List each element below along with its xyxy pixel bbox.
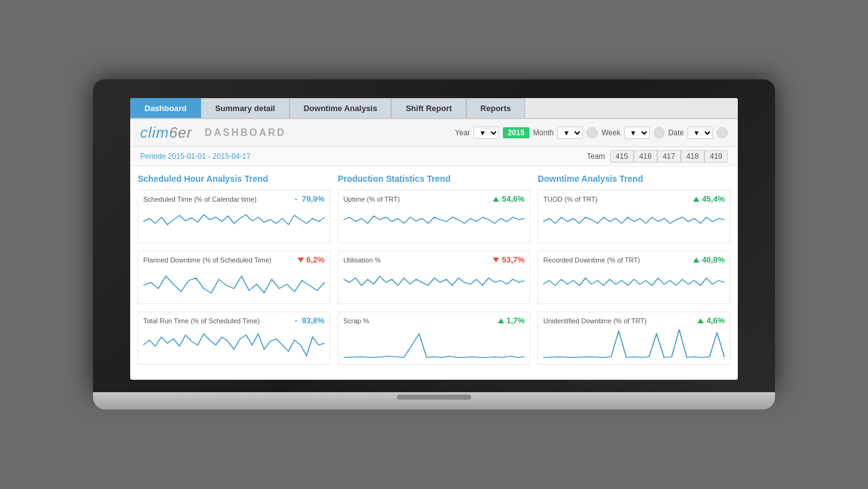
arrow-up-icon [493,197,499,202]
production-metric-1-name: Uptime (% of TRT) [343,195,400,203]
year-badge: 2015 [503,127,529,138]
production-chart-1 [343,206,525,240]
scheduled-metric-1: Scheduled Time (% of Calendar time) - 79… [138,190,330,243]
scheduled-metric-2-name: Planned Downtime (% of Scheduled Time) [143,256,272,264]
downtime-metric-3-value: 4,6% [698,316,725,325]
arrow-down-icon-2 [493,258,499,262]
production-title: Production Statistics Trend [338,174,531,184]
production-chart-2 [343,267,525,301]
tab-downtime[interactable]: Downtime Analysis [290,98,392,118]
arrow-up-icon-3 [693,197,699,202]
date-select[interactable]: ▼ [688,127,713,139]
production-metric-1: Uptime (% of TRT) 54,6% [338,190,531,243]
arrow-down-icon [298,258,304,262]
week-label: Week [601,128,620,137]
production-metric-3-value: 1,7% [498,316,525,325]
team-417[interactable]: 417 [657,150,681,163]
team-418[interactable]: 418 [681,150,704,163]
production-metric-1-value: 54,6% [493,194,525,204]
week-select[interactable]: ▼ [624,127,650,139]
scheduled-metric-3-name: Total Run Time (% of Scheduled Time) [143,317,260,325]
scheduled-metric-2-value: 6,2% [298,255,325,264]
downtime-metric-1: TUOD (% of TRT) 45,4% [538,190,730,243]
tab-summary[interactable]: Summary detail [201,98,290,118]
downtime-metric-2-name: Recorded Downtime (% of TRT) [543,256,640,264]
arrow-up-icon-2 [498,318,504,323]
production-metric-3: Scrap % 1,7% [338,312,531,365]
scheduled-chart-1 [143,206,325,240]
main-content: Scheduled Hour Analysis Trend Scheduled … [130,166,738,380]
tab-navigation: Dashboard Summary detail Downtime Analys… [130,98,738,119]
tab-dashboard[interactable]: Dashboard [130,98,201,118]
production-chart-3 [343,328,525,362]
scheduled-metric-2: Planned Downtime (% of Scheduled Time) 6… [138,251,330,304]
downtime-metric-2: Recorded Downtime (% of TRT) 40,8% [538,251,730,304]
scheduled-title: Scheduled Hour Analysis Trend [138,174,330,184]
logo: clim6er [140,124,192,141]
team-416[interactable]: 416 [634,150,657,163]
year-label: Year [455,128,470,137]
downtime-title: Downtime Analysis Trend [538,174,730,184]
arrow-up-icon-5 [698,318,704,323]
period-text: Periode 2015-01-01 - 2015-04-17 [140,152,587,161]
team-419[interactable]: 419 [704,150,728,163]
downtime-metric-2-value: 40,8% [693,255,725,264]
scheduled-metric-3: Total Run Time (% of Scheduled Time) - 9… [138,312,330,365]
production-metric-2-header: Utilisation % 53,7% [343,255,525,264]
week-indicator [653,127,665,138]
downtime-metric-1-header: TUOD (% of TRT) 45,4% [543,194,725,204]
downtime-metric-1-value: 45,4% [693,194,725,204]
scheduled-metric-3-header: Total Run Time (% of Scheduled Time) - 9… [143,316,325,325]
production-section: Production Statistics Trend Uptime (% of… [338,174,531,372]
date-label: Date [668,128,684,137]
production-metric-3-header: Scrap % 1,7% [343,316,525,325]
date-indicator [717,127,728,138]
laptop-outer: Dashboard Summary detail Downtime Analys… [93,79,775,410]
scheduled-metric-1-header: Scheduled Time (% of Calendar time) - 79… [143,194,325,204]
month-indicator [587,127,598,138]
scheduled-metric-3-value: - 93,8% [294,316,324,325]
team-label: Team [587,152,605,161]
scheduled-chart-3 [143,328,325,362]
downtime-chart-2 [543,267,725,301]
year-select[interactable]: ▼ [474,127,499,139]
scheduled-metric-1-value: - 79,9% [294,194,324,204]
tab-reports[interactable]: Reports [466,98,525,118]
downtime-metric-3: Unidentified Downtime (% of TRT) 4,6% [538,312,730,365]
scheduled-metric-1-name: Scheduled Time (% of Calendar time) [143,195,257,203]
month-select[interactable]: ▼ [557,127,583,139]
production-metric-2-name: Utilisation % [343,256,381,264]
production-metric-3-name: Scrap % [343,317,370,325]
filter-group: Year ▼ 2015 Month ▼ Week ▼ Date [455,127,728,139]
downtime-chart-3 [543,328,725,362]
scheduled-section: Scheduled Hour Analysis Trend Scheduled … [138,174,330,372]
month-label: Month [533,128,554,137]
period-bar: Periode 2015-01-01 - 2015-04-17 Team 415… [130,147,738,166]
team-415[interactable]: 415 [610,150,634,163]
screen-bezel: Dashboard Summary detail Downtime Analys… [93,79,775,392]
laptop-screen: Dashboard Summary detail Downtime Analys… [130,98,738,380]
production-metric-2-value: 53,7% [493,255,525,264]
production-metric-1-header: Uptime (% of TRT) 54,6% [343,194,525,204]
scheduled-metric-2-header: Planned Downtime (% of Scheduled Time) 6… [143,255,325,264]
laptop-base [93,392,775,410]
downtime-section: Downtime Analysis Trend TUOD (% of TRT) … [538,174,730,372]
downtime-metric-3-header: Unidentified Downtime (% of TRT) 4,6% [543,316,725,325]
production-metric-2: Utilisation % 53,7% [338,251,531,304]
downtime-chart-1 [543,206,725,240]
downtime-metric-3-name: Unidentified Downtime (% of TRT) [543,317,647,325]
arrow-up-icon-4 [693,258,699,262]
dashboard-title: DASHBOARD [205,127,455,138]
tab-shift[interactable]: Shift Report [391,98,466,118]
downtime-metric-1-name: TUOD (% of TRT) [543,195,598,203]
downtime-metric-2-header: Recorded Downtime (% of TRT) 40,8% [543,255,725,264]
scheduled-chart-2 [143,267,325,301]
header: clim6er DASHBOARD Year ▼ 2015 Month ▼ We… [130,119,738,147]
team-numbers: 415 416 417 418 419 [610,150,728,163]
